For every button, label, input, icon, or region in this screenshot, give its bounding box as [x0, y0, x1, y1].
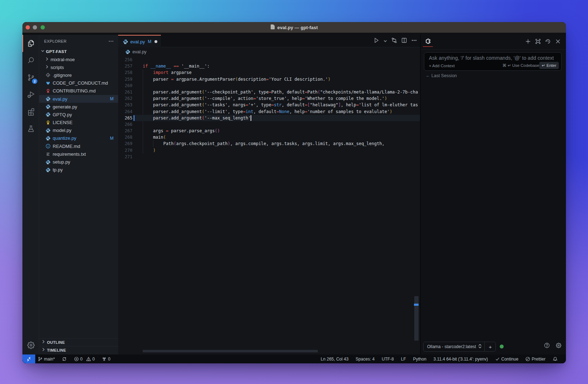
fullscreen-icon[interactable] — [535, 38, 541, 44]
python-icon — [45, 112, 51, 117]
run-dropdown-chevron-icon[interactable] — [383, 38, 387, 44]
editor-vertical-scrollbar[interactable] — [414, 296, 419, 341]
code-line-263: 263 parser.add_argument('--tasks', nargs… — [118, 102, 420, 108]
section-outline[interactable]: OUTLINE — [39, 338, 118, 346]
continue-logo-icon[interactable] — [425, 38, 431, 44]
continue-status[interactable]: Continue — [492, 354, 522, 363]
code-line-268: 268 main( — [118, 134, 420, 140]
file-row-generate-py[interactable]: generate.py — [39, 103, 118, 111]
file-row-mixtral-moe[interactable]: mixtral-moe — [39, 55, 118, 63]
add-context-button[interactable]: + Add Context — [429, 64, 455, 68]
code-token: "checkpoints/meta-llama/Llama-2-7b-cha — [320, 90, 418, 95]
code-token: ) — [328, 77, 330, 82]
file-row-eval-py[interactable]: eval.pyM — [39, 95, 118, 103]
enter-button[interactable]: ↵Enter — [539, 62, 559, 69]
code-token: args — [143, 128, 166, 133]
eol-status[interactable]: LF — [397, 354, 409, 363]
code-token: = — [253, 96, 256, 101]
settings-gear-icon[interactable] — [556, 342, 562, 350]
code-editor[interactable]: 256257if __name__ == '__main__':258 impo… — [118, 57, 420, 354]
indentation-status[interactable]: Spaces: 4 — [352, 354, 378, 363]
panel-active-tab-underline — [423, 46, 433, 47]
git-branch-status[interactable]: main* — [34, 354, 58, 363]
problems-status[interactable]: 00 — [70, 354, 98, 363]
file-row-license[interactable]: LICENSE — [39, 119, 118, 127]
code-token: = — [171, 77, 173, 82]
code-token: parser.parse_args — [168, 128, 215, 133]
folder-root[interactable]: GPT-FAST — [39, 48, 118, 55]
run-button[interactable] — [373, 37, 379, 45]
code-token: import — [153, 70, 168, 75]
add-model-button[interactable]: + — [485, 344, 495, 350]
check-icon — [495, 357, 500, 362]
history-icon[interactable] — [545, 38, 551, 44]
python-interpreter-status[interactable]: 3.11.4 64-bit ('3.11.4': pyenv) — [430, 354, 492, 363]
breadcrumb[interactable]: eval.py — [118, 47, 420, 57]
file-row-contributing-md[interactable]: CONTRIBUTING.md — [39, 87, 118, 95]
activity-extensions[interactable] — [22, 103, 39, 120]
file-row-scripts[interactable]: scripts — [39, 63, 118, 71]
editor-more-actions-icon[interactable] — [411, 37, 417, 45]
explorer-sidebar: EXPLORER GPT-FAST mixtral-moescripts.git… — [39, 35, 118, 354]
traffic-light-maximize[interactable] — [41, 25, 45, 30]
activity-settings-gear[interactable] — [22, 337, 39, 354]
panel-bottom-icons — [544, 342, 562, 350]
slash-icon — [525, 357, 530, 362]
file-row--gitignore[interactable]: .gitignore — [39, 71, 118, 79]
file-row-readme-md[interactable]: README.md — [39, 142, 118, 150]
sync-status[interactable] — [58, 354, 70, 363]
status-label: UTF-8 — [382, 357, 394, 362]
model-selector[interactable]: Ollama - starcoder2:latest + — [423, 342, 496, 352]
tab-dirty-dot[interactable] — [154, 40, 157, 43]
code-token: , type — [256, 102, 271, 107]
traffic-light-close[interactable] — [26, 25, 30, 30]
title-bar[interactable]: eval.py — gpt-fast — [22, 22, 566, 33]
code-token — [171, 64, 173, 69]
language-status[interactable]: Python — [410, 354, 430, 363]
editor-horizontal-scrollbar[interactable] — [143, 350, 318, 352]
file-name: setup.py — [53, 159, 70, 165]
activity-search[interactable] — [22, 52, 39, 69]
traffic-light-minimize[interactable] — [33, 25, 37, 30]
code-token: ( — [317, 90, 320, 95]
file-row-quantize-py[interactable]: quantize.pyM — [39, 134, 118, 142]
file-row-requirements-txt[interactable]: requirements.txt — [39, 150, 118, 158]
encoding-status[interactable]: UTF-8 — [378, 354, 397, 363]
activity-run-debug[interactable] — [22, 86, 39, 103]
git-icon — [45, 73, 51, 78]
explorer-more-icon[interactable] — [108, 38, 114, 46]
help-icon[interactable] — [544, 342, 550, 350]
code-token: , help — [287, 96, 302, 101]
code-token: : — [207, 64, 210, 69]
activity-source-control[interactable]: 2 — [22, 69, 39, 86]
line-number: 269 — [118, 140, 132, 147]
code-token: parser.add_argument — [143, 96, 202, 101]
activity-testing[interactable] — [22, 120, 39, 137]
tab-eval-py[interactable]: eval.py M — [118, 35, 161, 48]
status-label: Python — [413, 357, 426, 362]
file-row-gptq-py[interactable]: GPTQ.py — [39, 111, 118, 118]
file-row-tp-py[interactable]: tp.py — [39, 166, 118, 174]
line-number: 263 — [118, 102, 132, 108]
split-editor-icon[interactable] — [401, 37, 407, 45]
close-panel-icon[interactable] — [555, 38, 561, 44]
file-row-code-of-conduct-md[interactable]: CODE_OF_CONDUCT.md — [39, 79, 118, 87]
python-icon — [45, 167, 51, 172]
new-session-icon[interactable] — [525, 38, 531, 44]
section-timeline[interactable]: TIMELINE — [39, 346, 118, 354]
remote-indicator[interactable] — [22, 354, 35, 363]
git-modified-gutter-marker — [133, 115, 135, 121]
activity-explorer[interactable] — [22, 35, 39, 52]
last-session-link[interactable]: ← Last Session — [426, 73, 457, 78]
ports-status[interactable]: 0 — [98, 354, 114, 363]
code-token: args.checkpoint_path — [176, 141, 228, 146]
open-changes-icon[interactable] — [391, 37, 397, 45]
code-text: parser.add_argument('--max_seq_length' — [143, 115, 251, 121]
cursor-position-status[interactable]: Ln 265, Col 43 — [317, 354, 352, 363]
chat-input-box[interactable]: Ask anything, '/' for slash commands, '@… — [424, 52, 562, 71]
line-number: 268 — [118, 134, 132, 140]
file-row-model-py[interactable]: model.py — [39, 127, 118, 134]
prettier-status[interactable]: Prettier — [522, 354, 549, 363]
notifications-bell[interactable] — [549, 354, 561, 363]
file-row-setup-py[interactable]: setup.py — [39, 158, 118, 166]
